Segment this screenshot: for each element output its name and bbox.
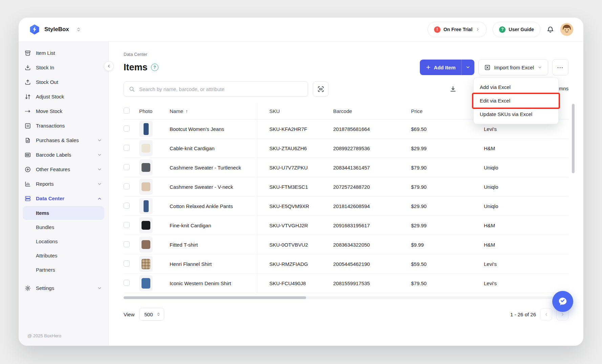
item-name[interactable]: Cashmere Sweater - Turtleneck: [170, 158, 257, 177]
table-row: Cashmere Sweater - V-neckSKU-FTM3ESC1207…: [124, 177, 568, 197]
item-price: $29.90: [411, 197, 484, 216]
export-icon[interactable]: [449, 85, 457, 93]
pagination-range: 1 - 26 of 26: [510, 312, 536, 317]
table-row: Henri Flannel ShirtSKU-RMZFIADG200544546…: [124, 254, 568, 274]
item-name[interactable]: Cashmere Sweater - V-neck: [170, 177, 257, 197]
sidebar-item-data-center[interactable]: Data Center: [19, 191, 108, 206]
items-table-body: Bootcut Women's JeansSKU-KFA2HR7F2018785…: [124, 119, 568, 293]
column-header-name[interactable]: Name↑: [170, 103, 257, 119]
row-checkbox[interactable]: [124, 164, 130, 170]
item-sku: SKU-ZTAU6ZH6: [257, 139, 333, 158]
horizontal-scrollbar-thumb[interactable]: [124, 296, 306, 299]
barcode-scan-button[interactable]: [313, 81, 328, 97]
table-row: Fine-knit CardiganSKU-VTVGHJ2R2091683195…: [124, 216, 568, 235]
view-count-select[interactable]: 500: [139, 308, 164, 321]
sidebar-subitem-attributes[interactable]: Attributes: [23, 249, 104, 263]
chat-widget-button[interactable]: [552, 291, 573, 312]
sidebar-item-move-stock[interactable]: Move Stock: [19, 104, 108, 118]
menu-item-add-via-excel[interactable]: Add via Excel: [474, 81, 558, 94]
sidebar-collapse-button[interactable]: [104, 61, 114, 71]
vertical-scrollbar-thumb[interactable]: [572, 104, 575, 173]
sidebar-item-stock-in[interactable]: Stock In: [19, 60, 108, 75]
chevron-down-icon: [97, 152, 102, 158]
item-price: $59.50: [411, 254, 484, 274]
plus-circle-icon: [24, 166, 31, 173]
row-checkbox[interactable]: [124, 260, 130, 267]
view-label: View: [124, 312, 134, 317]
select-all-checkbox[interactable]: [124, 108, 130, 114]
sidebar-item-label: Stock In: [36, 65, 54, 70]
row-checkbox[interactable]: [124, 241, 130, 247]
more-options-button[interactable]: ⋯: [552, 59, 568, 75]
guide-label: User Guide: [509, 27, 534, 32]
user-guide-button[interactable]: ? User Guide: [493, 22, 540, 37]
item-photo: [139, 198, 153, 214]
sidebar-item-barcode-labels[interactable]: Barcode Labels: [19, 147, 108, 162]
help-icon[interactable]: ?: [151, 64, 158, 71]
item-name[interactable]: Iconic Western Denim Shirt: [170, 274, 257, 293]
row-checkbox[interactable]: [124, 145, 130, 151]
item-name[interactable]: Cotton Relaxed Ankle Pants: [170, 197, 257, 216]
chevron-down-icon: [97, 286, 102, 291]
sidebar-subitem-locations[interactable]: Locations: [23, 234, 104, 248]
sidebar-item-stock-out[interactable]: Stock Out: [19, 75, 108, 89]
reports-icon: [24, 181, 31, 187]
search-input[interactable]: [138, 86, 303, 92]
menu-item-edit-via-excel[interactable]: Edit via Excel: [474, 94, 558, 108]
item-name[interactable]: Fine-knit Cardigan: [170, 216, 257, 235]
sidebar-item-item-list[interactable]: Item List: [19, 46, 108, 60]
column-header-sku: SKU: [257, 103, 333, 119]
previous-page-button[interactable]: [540, 308, 552, 320]
add-item-dropdown-toggle[interactable]: [461, 60, 474, 75]
column-header-barcode: Barcode: [333, 103, 411, 119]
sidebar-item-transactions[interactable]: Transactions: [19, 118, 108, 133]
trial-label: On Free Trial: [444, 27, 473, 32]
item-sku: SKU-FCU490J8: [257, 274, 333, 293]
sidebar-item-label: Purchases & Sales: [36, 137, 79, 143]
sidebar-item-label: Adjust Stock: [36, 94, 64, 99]
item-price: $29.99: [411, 216, 484, 235]
workspace-switcher-icon[interactable]: [76, 27, 81, 32]
sidebar-item-label: Transactions: [36, 123, 65, 129]
item-photo: [139, 275, 153, 291]
sidebar-subitem-bundles[interactable]: Bundles: [23, 220, 104, 234]
item-brand: Uniqlo: [484, 158, 568, 177]
row-checkbox[interactable]: [124, 183, 130, 189]
box-icon: [24, 50, 31, 56]
free-trial-button[interactable]: ! On Free Trial: [428, 22, 487, 37]
item-name[interactable]: Fitted T-shirt: [170, 235, 257, 254]
user-avatar[interactable]: [560, 23, 573, 36]
item-barcode: 2083441361457: [333, 158, 411, 177]
item-name[interactable]: Cable-knit Cardigan: [170, 139, 257, 158]
sidebar-item-settings[interactable]: Settings: [19, 281, 108, 295]
add-item-button[interactable]: Add Item: [420, 60, 474, 75]
sidebar-subitem-partners[interactable]: Partners: [23, 263, 104, 277]
item-photo: [139, 236, 153, 253]
sidebar-item-other-features[interactable]: Other Features: [19, 162, 108, 177]
item-name[interactable]: Henri Flannel Shirt: [170, 254, 257, 274]
menu-item-update-skus-via-excel[interactable]: Update SKUs via Excel: [474, 108, 558, 121]
table-row: Fitted T-shirtSKU-0OTVBVU22083634322050$…: [124, 235, 568, 254]
horizontal-scrollbar[interactable]: [124, 296, 568, 299]
view-count-value: 500: [144, 312, 153, 317]
search-icon: [129, 86, 135, 92]
sidebar-item-purchases-sales[interactable]: Purchases & Sales: [19, 133, 108, 147]
item-barcode: 2072572488720: [333, 177, 411, 197]
item-name[interactable]: Bootcut Women's Jeans: [170, 119, 257, 139]
import-from-excel-button[interactable]: Import from Excel: [478, 59, 548, 75]
breadcrumb: Data Center: [124, 52, 568, 57]
notifications-bell-icon[interactable]: [546, 26, 554, 33]
gear-icon: [24, 285, 31, 292]
item-barcode: 2083634322050: [333, 235, 411, 254]
sidebar-item-adjust-stock[interactable]: Adjust Stock: [19, 89, 108, 104]
sidebar-subitem-items[interactable]: Items: [23, 206, 104, 220]
item-barcode: 2005445462190: [333, 254, 411, 274]
item-sku: SKU-E5QVM9XR: [257, 197, 333, 216]
row-checkbox[interactable]: [124, 126, 130, 132]
item-photo: [139, 159, 153, 176]
row-checkbox[interactable]: [124, 222, 130, 228]
sidebar-item-reports[interactable]: Reports: [19, 177, 108, 191]
row-checkbox[interactable]: [124, 203, 130, 209]
sidebar-item-label: Barcode Labels: [36, 152, 71, 158]
row-checkbox[interactable]: [124, 280, 130, 286]
